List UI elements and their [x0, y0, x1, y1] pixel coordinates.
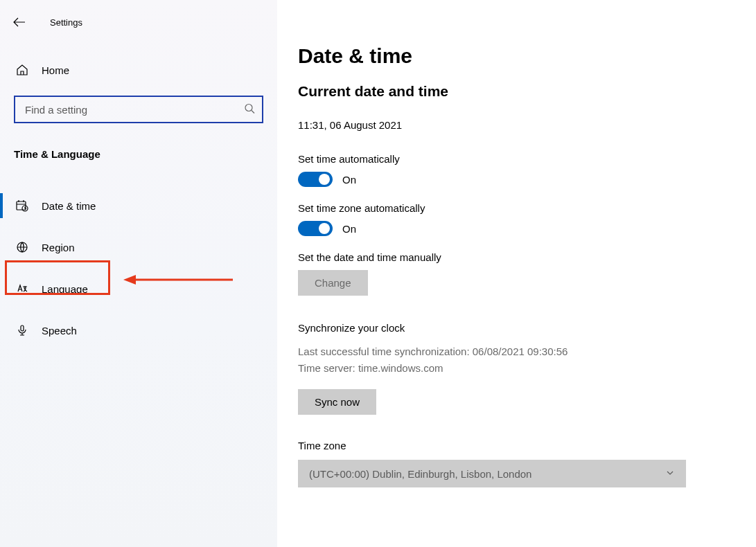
chevron-down-icon	[665, 468, 675, 480]
back-button[interactable]	[12, 15, 26, 29]
timezone-value: (UTC+00:00) Dublin, Edinburgh, Lisbon, L…	[309, 468, 531, 480]
category-heading: Time & Language	[14, 148, 277, 160]
language-icon	[15, 282, 29, 296]
nav-item-speech[interactable]: Speech	[0, 314, 277, 347]
set-tz-auto-state: On	[342, 223, 356, 235]
timezone-label: Time zone	[298, 440, 728, 451]
svg-point-0	[245, 105, 252, 111]
timezone-select[interactable]: (UTC+00:00) Dublin, Edinburgh, Lisbon, L…	[298, 460, 686, 487]
search-container	[14, 96, 263, 123]
page-title: Date & time	[298, 44, 728, 68]
nav-label-date-time: Date & time	[42, 200, 96, 212]
home-label: Home	[42, 64, 69, 76]
nav-label-region: Region	[42, 242, 75, 253]
current-datetime-value: 11:31, 06 August 2021	[298, 119, 728, 131]
manual-label: Set the date and time manually	[298, 251, 728, 263]
calendar-clock-icon	[15, 199, 29, 213]
sync-heading: Synchronize your clock	[298, 322, 728, 334]
set-time-auto-state: On	[342, 174, 356, 186]
set-time-auto-label: Set time automatically	[298, 153, 728, 165]
search-icon	[244, 103, 255, 116]
app-title: Settings	[50, 17, 82, 28]
sidebar: Settings Home Time & Language Date &	[0, 0, 277, 547]
nav-item-region[interactable]: Region	[0, 231, 277, 264]
search-input[interactable]	[14, 96, 263, 123]
home-icon	[15, 63, 29, 77]
set-time-auto-row: On	[298, 172, 728, 187]
set-tz-auto-row: On	[298, 221, 728, 236]
sync-section: Synchronize your clock Last successful t…	[298, 322, 728, 415]
nav-item-date-time[interactable]: Date & time	[0, 189, 277, 222]
set-tz-auto-toggle[interactable]	[298, 221, 333, 236]
timezone-section: Time zone (UTC+00:00) Dublin, Edinburgh,…	[298, 440, 728, 487]
change-button[interactable]: Change	[298, 270, 368, 296]
sync-server: Time server: time.windows.com	[298, 360, 728, 377]
nav-label-language: Language	[42, 283, 88, 295]
set-tz-auto-label: Set time zone automatically	[298, 202, 728, 214]
sync-last: Last successful time synchronization: 06…	[298, 343, 728, 360]
sync-now-button[interactable]: Sync now	[298, 389, 376, 415]
nav-list: Date & time Region Language	[0, 189, 277, 347]
nav-label-speech: Speech	[42, 325, 77, 337]
nav-item-language[interactable]: Language	[0, 272, 277, 305]
nav-home[interactable]: Home	[0, 55, 277, 84]
set-time-auto-toggle[interactable]	[298, 172, 333, 187]
main-content: Date & time Current date and time 11:31,…	[277, 0, 756, 547]
svg-rect-4	[21, 325, 24, 331]
back-arrow-icon	[13, 17, 26, 27]
current-section-title: Current date and time	[298, 83, 728, 100]
header-row: Settings	[0, 8, 277, 36]
globe-icon	[15, 240, 29, 254]
microphone-icon	[15, 323, 29, 337]
